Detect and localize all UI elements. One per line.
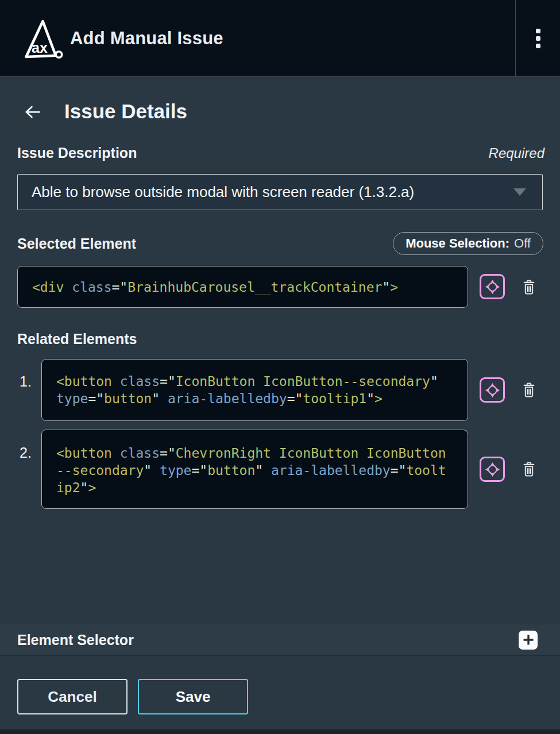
delete-selected-element-button[interactable] — [520, 278, 538, 296]
trash-icon — [522, 461, 536, 477]
crosshair-move-icon — [485, 383, 500, 398]
trash-icon — [522, 279, 536, 295]
plus-icon — [523, 634, 534, 646]
issue-description-row: Issue Description Required — [17, 145, 544, 161]
related-elements-label: Related Elements — [17, 331, 137, 347]
cancel-button[interactable]: Cancel — [17, 679, 128, 714]
axe-logo-icon: ax — [21, 16, 65, 61]
delete-related-element-button[interactable] — [520, 460, 538, 478]
code-line: type="button" aria-labelledby="tooltip1"… — [56, 390, 457, 407]
save-button[interactable]: Save — [138, 679, 248, 714]
issue-description-select[interactable]: Able to browse outside modal with screen… — [17, 174, 543, 210]
mouse-selection-label: Mouse Selection: — [405, 236, 509, 251]
trash-icon — [522, 382, 536, 398]
header: ax Add Manual Issue — [0, 0, 560, 77]
code-line: ip2"> — [56, 479, 457, 496]
add-selector-button[interactable] — [519, 631, 538, 650]
code-line: <button class="ChevronRight IconButton I… — [56, 445, 457, 462]
locate-element-button[interactable] — [480, 377, 505, 403]
crosshair-move-icon — [485, 279, 500, 295]
bottom-strip — [0, 729, 560, 734]
selected-element-row: Selected Element Mouse Selection: Off — [17, 232, 543, 255]
kebab-menu-icon[interactable] — [526, 26, 551, 51]
related-item-number: 1. — [20, 373, 32, 390]
related-item-number: 2. — [20, 445, 32, 461]
selected-element-code-box: <div class="BrainhubCarousel__trackConta… — [17, 266, 468, 308]
delete-related-element-button[interactable] — [520, 381, 538, 399]
crosshair-move-icon — [485, 462, 500, 477]
back-button[interactable] — [22, 101, 44, 123]
locate-element-button[interactable] — [480, 274, 505, 299]
logo-text: ax — [32, 40, 48, 56]
code-line: <div class="BrainhubCarousel__trackConta… — [32, 279, 398, 296]
locate-element-button[interactable] — [480, 457, 505, 482]
issue-description-label: Issue Description — [17, 145, 137, 161]
required-hint: Required — [489, 145, 544, 161]
code-line: --secondary" type="button" aria-labelled… — [56, 462, 457, 479]
caret-down-icon — [513, 188, 526, 196]
app-title: Add Manual Issue — [70, 0, 223, 77]
selected-element-label: Selected Element — [17, 235, 136, 252]
element-selector-bar: Element Selector — [0, 624, 560, 656]
mouse-selection-value: Off — [514, 236, 531, 251]
code-line: <button class="IconButton IconButton--se… — [56, 373, 457, 390]
related-element-code-box: <button class="IconButton IconButton--se… — [41, 359, 468, 421]
mouse-selection-toggle[interactable]: Mouse Selection: Off — [393, 232, 543, 255]
page-title: Issue Details — [64, 98, 187, 125]
issue-description-selected-value: Able to browse outside modal with screen… — [32, 183, 414, 201]
add-manual-issue-panel: ax Add Manual Issue Issue Details Issue … — [0, 0, 560, 734]
arrow-left-icon — [22, 102, 43, 122]
header-divider — [515, 0, 516, 76]
kebab-dot — [536, 36, 540, 41]
kebab-dot — [536, 29, 540, 33]
kebab-dot — [536, 44, 540, 48]
element-selector-label: Element Selector — [17, 632, 134, 648]
related-element-code-box: <button class="ChevronRight IconButton I… — [41, 430, 468, 509]
